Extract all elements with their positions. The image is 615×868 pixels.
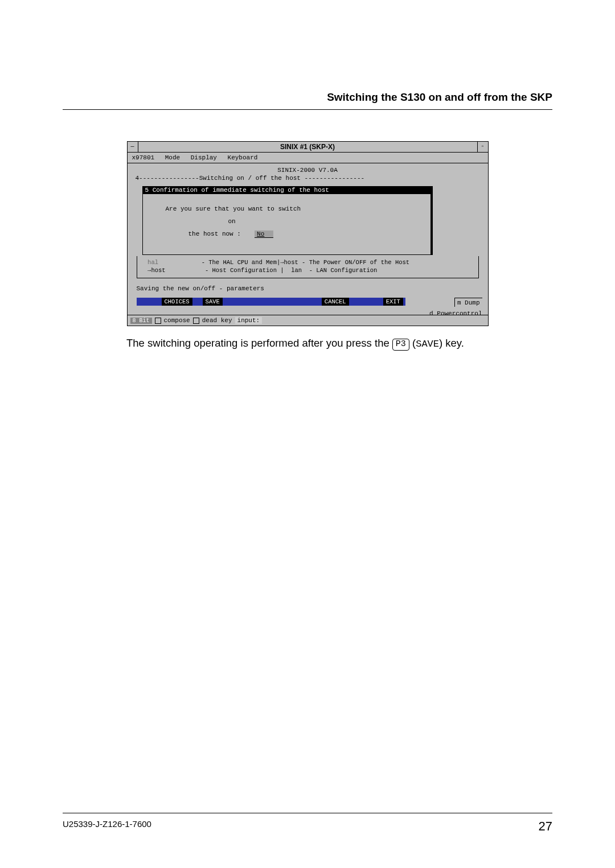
menu-x97801[interactable]: x97801 — [132, 154, 155, 161]
deadkey-label: dead key — [202, 317, 232, 324]
bluebar-1 — [137, 298, 162, 306]
saving-message: Saving the new on/off - parameters — [137, 285, 480, 292]
confirmation-dialog: 5 Confirmation of immediate switching of… — [142, 186, 433, 255]
sinix-version: SINIX-2000 V7.0A — [131, 167, 485, 174]
page-footer: U25339-J-Z126-1-7600 27 — [63, 813, 552, 834]
window-titlebar: — SINIX #1 (SKP-X) ▫ — [128, 142, 488, 153]
window-maximize-button[interactable]: ▫ — [477, 142, 488, 152]
window-menu-button[interactable]: — — [128, 142, 138, 152]
compose-label: compose — [164, 317, 190, 324]
hal-right1: →host - The Power ON/OFF of the Host — [280, 259, 409, 266]
frame4-label: 4----------------Switching on / off the … — [136, 175, 480, 182]
caption-after: ) key. — [439, 337, 464, 349]
window-title: SINIX #1 (SKP-X) — [138, 143, 477, 151]
choices-button[interactable]: CHOICES — [162, 298, 192, 306]
keycap-p3: P3 — [392, 339, 409, 351]
terminal-body: SINIX-2000 V7.0A 4----------------Switch… — [128, 163, 488, 315]
compose-checkbox[interactable] — [155, 318, 161, 324]
bluebar-5 — [403, 298, 405, 306]
bluebar-3 — [223, 298, 322, 306]
menubar: x97801 Mode Display Keyboard — [128, 153, 488, 163]
caption-paren: ( — [409, 337, 416, 349]
terminal-window: — SINIX #1 (SKP-X) ▫ x97801 Mode Display… — [127, 141, 489, 326]
confirm-line2: on — [166, 218, 425, 225]
hal-right2: lan - LAN Configuration — [284, 267, 378, 274]
hal-left1: - The HAL CPU and Mem — [158, 259, 277, 266]
page-number: 27 — [539, 819, 552, 834]
deadkey-checkbox[interactable] — [193, 318, 199, 324]
hal-gray: hal — [141, 259, 159, 266]
d-powercontrol-label: d Powercontrol — [429, 310, 482, 317]
doc-id: U25339-J-Z126-1-7600 — [63, 819, 151, 834]
status-input-label: input: — [235, 317, 263, 324]
figure-caption: The switching operating is performed aft… — [63, 336, 552, 351]
confirm-input-value[interactable]: No — [255, 231, 273, 238]
menu-mode[interactable]: Mode — [165, 154, 180, 161]
status-8bit: 8 Bit — [130, 318, 152, 324]
menu-display[interactable]: Display — [191, 154, 217, 161]
bluebar-2 — [192, 298, 203, 306]
cancel-button[interactable]: CANCEL — [322, 298, 349, 306]
hal-left2: →host - Host Configuration — [141, 267, 277, 274]
save-button[interactable]: SAVE — [203, 298, 223, 306]
page-header: Switching the S130 on and off from the S… — [63, 91, 552, 110]
bluebar-4 — [349, 298, 383, 306]
caption-save: SAVE — [416, 339, 439, 349]
hal-panel: hal - The HAL CPU and Mem|→host - The Po… — [137, 256, 479, 278]
m-dump-label: m Dump — [454, 298, 482, 307]
menu-keyboard[interactable]: Keyboard — [228, 154, 258, 161]
header-rule — [63, 109, 552, 110]
header-title: Switching the S130 on and off from the S… — [63, 91, 552, 109]
confirm-prompt: the host now : — [166, 231, 251, 237]
confirm-line1: Are you sure that you want to switch — [166, 205, 425, 212]
exit-button[interactable]: EXIT — [383, 298, 403, 306]
confirmation-header: 5 Confirmation of immediate switching of… — [143, 186, 430, 194]
button-row: CHOICES SAVE CANCEL EXIT — [137, 298, 479, 306]
caption-before: The switching operating is performed aft… — [126, 337, 392, 349]
